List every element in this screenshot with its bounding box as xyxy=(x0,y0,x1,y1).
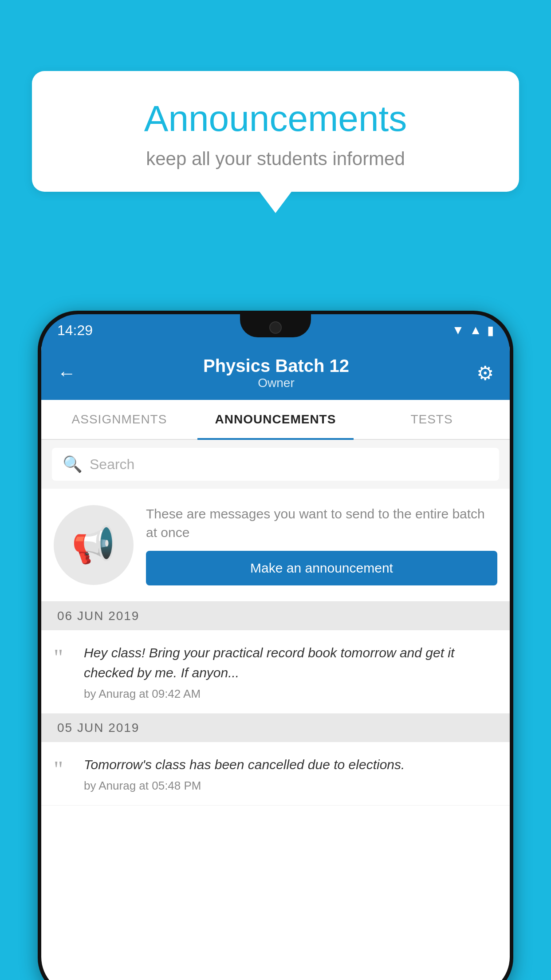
date-separator-2: 05 JUN 2019 xyxy=(41,714,510,742)
wifi-icon: ▼ xyxy=(452,323,464,337)
announcement-meta-1: by Anurag at 09:42 AM xyxy=(84,687,497,701)
header-center: Physics Batch 12 Owner xyxy=(203,356,349,390)
bubble-title: Announcements xyxy=(67,98,484,139)
quote-icon-2: " xyxy=(54,758,73,781)
cta-right: These are messages you want to send to t… xyxy=(146,505,497,585)
announcement-item-2[interactable]: " Tomorrow's class has been cancelled du… xyxy=(41,742,510,806)
tabs-bar: ASSIGNMENTS ANNOUNCEMENTS TESTS xyxy=(41,400,510,440)
speech-bubble-arrow xyxy=(260,192,291,213)
announcement-item-1[interactable]: " Hey class! Bring your practical record… xyxy=(41,630,510,714)
status-time: 14:29 xyxy=(57,322,93,339)
date-separator-1: 06 JUN 2019 xyxy=(41,602,510,630)
camera xyxy=(269,321,282,334)
announcement-cta: 📢 These are messages you want to send to… xyxy=(41,489,510,602)
announcement-meta-2: by Anurag at 05:48 PM xyxy=(84,779,497,793)
back-button[interactable]: ← xyxy=(57,363,76,384)
announcement-text-2: Tomorrow's class has been cancelled due … xyxy=(84,755,497,775)
megaphone-circle: 📢 xyxy=(54,505,134,585)
tab-announcements[interactable]: ANNOUNCEMENTS xyxy=(197,400,354,439)
announcement-content-1: Hey class! Bring your practical record b… xyxy=(84,643,497,701)
cta-description: These are messages you want to send to t… xyxy=(146,505,497,542)
announcement-text-1: Hey class! Bring your practical record b… xyxy=(84,643,497,683)
header-subtitle: Owner xyxy=(203,376,349,390)
announcement-content-2: Tomorrow's class has been cancelled due … xyxy=(84,755,497,793)
battery-icon: ▮ xyxy=(487,323,494,338)
app-header: ← Physics Batch 12 Owner ⚙ xyxy=(41,346,510,400)
tab-assignments[interactable]: ASSIGNMENTS xyxy=(41,400,197,439)
bubble-subtitle: keep all your students informed xyxy=(67,148,484,170)
app-screen: ← Physics Batch 12 Owner ⚙ ASSIGNMENTS A… xyxy=(41,346,510,980)
status-icons: ▼ ▲ ▮ xyxy=(452,323,494,338)
search-box[interactable]: 🔍 Search xyxy=(52,448,499,481)
search-input[interactable]: Search xyxy=(90,456,134,473)
phone-inner: 14:29 ▼ ▲ ▮ ← Physics Batch 12 Owner ⚙ xyxy=(41,314,510,980)
settings-icon[interactable]: ⚙ xyxy=(476,362,494,384)
search-container: 🔍 Search xyxy=(41,440,510,489)
notch xyxy=(240,314,311,337)
search-icon: 🔍 xyxy=(63,455,83,474)
megaphone-icon: 📢 xyxy=(71,524,116,566)
tab-tests[interactable]: TESTS xyxy=(354,400,510,439)
speech-bubble-container: Announcements keep all your students inf… xyxy=(32,71,519,213)
speech-bubble: Announcements keep all your students inf… xyxy=(32,71,519,192)
header-title: Physics Batch 12 xyxy=(203,356,349,376)
make-announcement-button[interactable]: Make an announcement xyxy=(146,551,497,585)
signal-icon: ▲ xyxy=(469,323,482,337)
quote-icon-1: " xyxy=(54,646,73,669)
phone-frame: 14:29 ▼ ▲ ▮ ← Physics Batch 12 Owner ⚙ xyxy=(38,311,513,980)
